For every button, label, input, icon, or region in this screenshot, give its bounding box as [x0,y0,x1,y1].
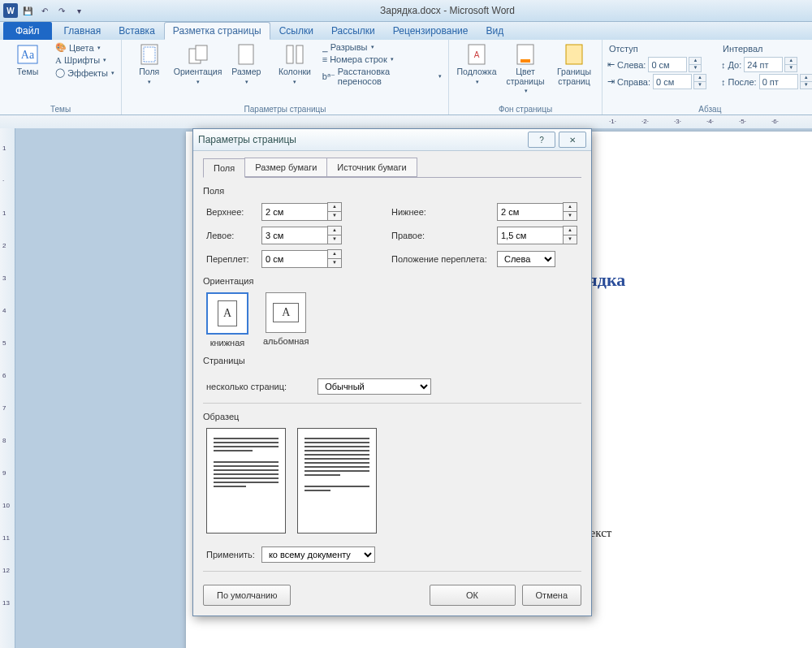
tab-review[interactable]: Рецензирование [384,22,477,40]
spin-down[interactable]: ▼ [563,235,577,244]
default-button[interactable]: По умолчанию [203,585,291,606]
svg-text:A: A [474,50,480,59]
group-page-setup-label: Параметры страницы [127,104,443,114]
spin-down[interactable]: ▼ [563,211,577,221]
top-margin-input[interactable] [261,203,328,221]
space-before-icon: ↕ [721,60,726,70]
breaks-icon: ⎯ [322,42,328,52]
landscape-icon: A [266,292,306,333]
dialog-title: Параметры страницы [198,134,296,145]
ruler-vertical[interactable]: 1·12345678910111213 [0,128,15,648]
ribbon-tabs: Файл Главная Вставка Разметка страницы С… [0,22,812,40]
orientation-button[interactable]: Ориентация▾ [175,41,221,86]
indent-left-icon: ⇤ [607,59,615,70]
dialog-tab-margins[interactable]: Поля [203,158,245,178]
quick-access-toolbar: W 💾 ↶ ↷ ▾ [3,3,86,18]
line-numbers-button[interactable]: ≡Номера строк▾ [321,54,443,65]
group-page-setup: Поля▾ Ориентация▾ Размер▾ Колонки▾ ⎯Разр… [122,40,449,114]
bottom-margin-label: Нижнее: [391,207,497,217]
size-button[interactable]: Размер▾ [224,41,270,86]
indent-left-label: Слева: [617,60,646,70]
tab-home[interactable]: Главная [55,22,110,40]
multipage-select[interactable]: Обычный [317,378,431,395]
svg-rect-13 [566,45,582,64]
page-color-icon [512,43,538,66]
orientation-portrait[interactable]: A книжная [206,292,248,348]
svg-rect-12 [520,59,530,63]
theme-effects[interactable]: ◯Эффекты▾ [54,67,116,79]
group-themes: Aa Темы 🎨Цвета▾ AШрифты▾ ◯Эффекты▾ Темы [0,40,122,114]
page-borders-button[interactable]: Границы страниц [551,41,597,88]
space-before-input[interactable]: 24 пт [744,57,783,72]
cancel-button[interactable]: Отмена [522,585,581,606]
section-margins-label: Поля [203,186,581,196]
titlebar: W 💾 ↶ ↷ ▾ Зарядка.docx - Microsoft Word [0,0,812,22]
spin-down[interactable]: ▼ [693,81,706,89]
themes-icon: Aa [15,43,41,66]
theme-fonts[interactable]: AШрифты▾ [54,54,116,66]
group-themes-label: Темы [5,104,116,114]
orientation-landscape[interactable]: A альбомная [263,292,309,348]
close-button[interactable]: ✕ [559,132,586,148]
page-color-button[interactable]: Цвет страницы▾ [503,41,548,96]
space-after-label: После: [728,77,757,87]
svg-rect-6 [239,45,253,64]
gutter-label: Переплет: [206,254,261,264]
help-button[interactable]: ? [528,132,555,148]
gutter-pos-label: Положение переплета: [391,254,497,264]
spin-down[interactable]: ▼ [327,235,342,244]
page-setup-dialog: Параметры страницы ? ✕ Поля Размер бумаг… [192,128,592,616]
watermark-button[interactable]: AПодложка▾ [454,41,499,86]
svg-rect-7 [287,45,293,63]
spin-down[interactable]: ▼ [327,258,342,268]
document-heading: Зарядка [559,270,812,291]
right-margin-input[interactable] [497,227,564,244]
tab-page-layout[interactable]: Разметка страницы [164,22,270,40]
left-margin-input[interactable] [261,227,328,244]
preview-page-2 [297,428,377,534]
orientation-icon [185,43,211,66]
spin-down[interactable]: ▼ [800,81,812,89]
gutter-pos-select[interactable]: Слева [497,251,555,267]
tab-references[interactable]: Ссылки [270,22,322,40]
spin-down[interactable]: ▼ [784,64,797,72]
ok-button[interactable]: ОК [430,585,516,606]
window-title: Зарядка.docx - Microsoft Word [86,5,809,16]
tab-mailings[interactable]: Рассылки [322,22,384,40]
undo-icon[interactable]: ↶ [37,3,52,18]
dialog-tabs: Поля Размер бумаги Источник бумаги [203,158,581,178]
margins-button[interactable]: Поля▾ [127,41,172,86]
dialog-tab-source[interactable]: Источник бумаги [326,158,417,177]
breaks-button[interactable]: ⎯Разрывы▾ [321,41,443,53]
qat-more-icon[interactable]: ▾ [71,3,86,18]
redo-icon[interactable]: ↷ [54,3,69,18]
font-icon: A [55,55,62,65]
tab-file[interactable]: Файл [3,22,52,40]
indent-right-input[interactable]: 0 см [653,74,692,89]
section-pages-label: Страницы [203,356,581,365]
borders-icon [561,43,587,66]
columns-button[interactable]: Колонки▾ [272,41,317,86]
divider [203,571,581,572]
tab-insert[interactable]: Вставка [110,22,164,40]
theme-colors[interactable]: 🎨Цвета▾ [54,41,116,54]
dialog-tab-paper[interactable]: Размер бумаги [244,158,327,177]
indent-right-icon: ⇥ [607,76,615,87]
group-page-bg-label: Фон страницы [454,104,597,114]
bottom-margin-input[interactable] [497,203,564,221]
space-after-input[interactable]: 0 пт [759,74,798,89]
section-orientation-label: Ориентация [203,276,581,286]
save-icon[interactable]: 💾 [20,3,35,18]
dialog-titlebar[interactable]: Параметры страницы ? ✕ [193,129,591,151]
spin-down[interactable]: ▼ [327,211,342,221]
word-icon: W [3,3,18,18]
spin-down[interactable]: ▼ [689,64,702,72]
tab-view[interactable]: Вид [477,22,512,40]
preview-page-1 [206,428,286,534]
indent-left-input[interactable]: 0 см [648,57,687,72]
margins-icon [136,43,162,66]
hyphenation-button[interactable]: bᵃ⁻Расстановка переносов▾ [321,66,443,87]
gutter-input[interactable] [261,250,328,268]
themes-button[interactable]: Aa Темы [5,41,50,79]
apply-to-select[interactable]: ко всему документу [261,546,375,563]
